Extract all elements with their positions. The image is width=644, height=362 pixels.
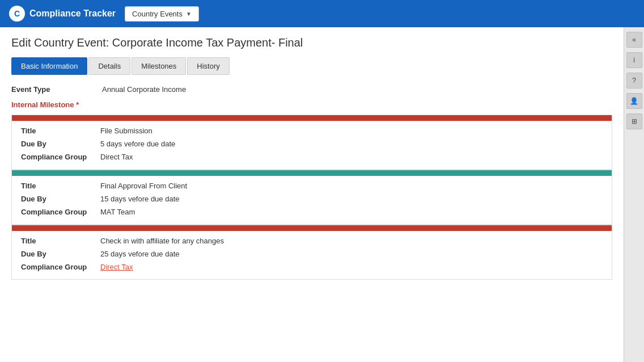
event-type-value: Annual Corporate Income: [102, 85, 186, 94]
sidebar-grid-button[interactable]: ⊞: [626, 113, 642, 129]
page-title: Edit Country Event: Corporate Income Tax…: [11, 36, 612, 49]
milestone-3-compgroup-row: Compliance Group Direct Tax: [21, 263, 603, 271]
country-events-dropdown[interactable]: Country Events ▼: [125, 6, 199, 22]
question-icon: ?: [632, 77, 636, 85]
event-type-label: Event Type: [11, 85, 102, 94]
milestone-header-1: [12, 115, 612, 121]
milestone-2-title-row: Title Final Approval From Client: [21, 182, 603, 190]
topbar: C Compliance Tracker Country Events ▼: [0, 0, 644, 27]
milestone-1-title-label: Title: [21, 127, 100, 135]
milestone-body-1: Title File Submission Due By 5 days vefo…: [12, 121, 612, 169]
milestone-1-dueby-row: Due By 5 days vefore due date: [21, 140, 603, 148]
sidebar-info-button[interactable]: i: [626, 52, 642, 68]
milestone-1-dueby-value: 5 days vefore due date: [100, 140, 175, 148]
milestone-3-title-row: Title Check in with affiliate for any ch…: [21, 237, 603, 245]
milestone-3-compgroup-label: Compliance Group: [21, 263, 100, 271]
tab-basic-information[interactable]: Basic Information: [11, 57, 87, 75]
milestone-2-title-value: Final Approval From Client: [100, 182, 187, 190]
info-icon: i: [633, 56, 635, 64]
collapse-icon: «: [632, 36, 636, 44]
milestone-1-compgroup-label: Compliance Group: [21, 153, 100, 161]
milestone-header-3: [12, 225, 612, 231]
milestone-1-title-row: Title File Submission: [21, 127, 603, 135]
milestone-body-2: Title Final Approval From Client Due By …: [12, 176, 612, 224]
milestone-card-1: Title File Submission Due By 5 days vefo…: [11, 115, 612, 170]
milestone-3-dueby-row: Due By 25 days vefore due date: [21, 250, 603, 258]
milestone-1-dueby-label: Due By: [21, 140, 100, 148]
milestone-2-dueby-label: Due By: [21, 195, 100, 203]
event-type-row: Event Type Annual Corporate Income: [11, 85, 612, 94]
sidebar-user-button[interactable]: 👤: [626, 93, 642, 109]
sidebar-collapse-button[interactable]: «: [626, 32, 642, 48]
milestone-2-title-label: Title: [21, 182, 100, 190]
main-layout: Edit Country Event: Corporate Income Tax…: [0, 27, 644, 362]
milestone-body-3: Title Check in with affiliate for any ch…: [12, 231, 612, 279]
milestone-2-compgroup-value: MAT Team: [100, 208, 135, 216]
tab-milestones[interactable]: Milestones: [132, 57, 186, 75]
app-name: Compliance Tracker: [29, 9, 116, 19]
milestone-1-title-value: File Submission: [100, 127, 152, 135]
internal-milestone-label: Internal Milestone *: [11, 100, 612, 109]
dropdown-arrow-icon: ▼: [186, 11, 192, 17]
logo-icon: C: [9, 6, 25, 22]
milestone-2-dueby-value: 15 days vefore due date: [100, 195, 180, 203]
milestone-2-compgroup-row: Compliance Group MAT Team: [21, 208, 603, 216]
tab-history[interactable]: History: [187, 57, 229, 75]
main-content: Edit Country Event: Corporate Income Tax…: [0, 27, 624, 362]
user-icon: 👤: [630, 97, 638, 105]
app-logo: C Compliance Tracker: [9, 6, 116, 22]
milestone-3-dueby-value: 25 days vefore due date: [100, 250, 180, 258]
milestone-3-dueby-label: Due By: [21, 250, 100, 258]
milestone-header-2: [12, 170, 612, 176]
grid-icon: ⊞: [632, 117, 637, 125]
milestone-3-title-value: Check in with affiliate for any changes: [100, 237, 224, 245]
sidebar-question-button[interactable]: ?: [626, 73, 642, 89]
milestone-card-2: Title Final Approval From Client Due By …: [11, 170, 612, 225]
milestone-2-compgroup-label: Compliance Group: [21, 208, 100, 216]
tab-details[interactable]: Details: [88, 57, 130, 75]
right-sidebar: « i ? 👤 ⊞: [624, 27, 644, 362]
country-events-label: Country Events: [132, 10, 183, 18]
milestone-3-title-label: Title: [21, 237, 100, 245]
tabs-bar: Basic Information Details Milestones His…: [11, 57, 612, 75]
milestone-3-compgroup-value[interactable]: Direct Tax: [100, 263, 133, 271]
milestone-2-dueby-row: Due By 15 days vefore due date: [21, 195, 603, 203]
milestone-1-compgroup-row: Compliance Group Direct Tax: [21, 153, 603, 161]
milestone-card-3: Title Check in with affiliate for any ch…: [11, 225, 612, 280]
milestone-1-compgroup-value: Direct Tax: [100, 153, 133, 161]
